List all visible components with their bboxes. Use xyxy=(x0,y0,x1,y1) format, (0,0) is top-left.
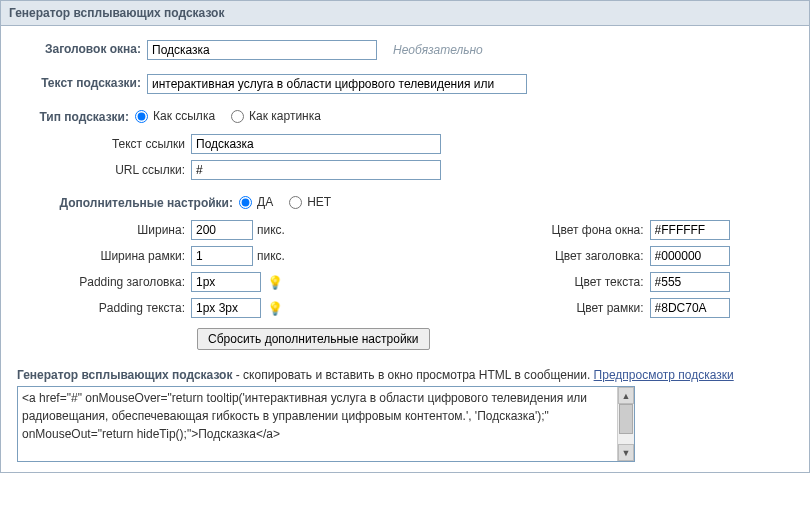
code-output-wrap: <a href="#" onMouseOver="return tooltip(… xyxy=(17,386,635,462)
link-sub-block: Текст ссылки URL ссылки: xyxy=(17,134,793,180)
optional-hint: Необязательно xyxy=(393,43,483,57)
code-output[interactable]: <a href="#" onMouseOver="return tooltip(… xyxy=(18,387,634,461)
window-title-label: Заголовок окна: xyxy=(17,40,147,56)
tooltip-text-input[interactable] xyxy=(147,74,527,94)
border-color-input[interactable] xyxy=(650,298,730,318)
link-text-label: Текст ссылки xyxy=(17,137,191,151)
settings-grid: Ширина: пикс. Ширина рамки: пикс. Paddin… xyxy=(17,220,793,350)
tip-type-image-label: Как картинка xyxy=(249,109,321,123)
border-width-input[interactable] xyxy=(191,246,253,266)
link-url-label: URL ссылки: xyxy=(17,163,191,177)
extra-yes-label: ДА xyxy=(257,195,273,209)
pad-text-input[interactable] xyxy=(191,298,261,318)
settings-right-col: Цвет фона окна: Цвет заголовка: Цвет тек… xyxy=(510,220,730,350)
scroll-track[interactable] xyxy=(618,404,634,444)
preview-link[interactable]: Предпросмотр подсказки xyxy=(594,368,734,382)
link-text-input[interactable] xyxy=(191,134,441,154)
panel-body: Заголовок окна: Необязательно Текст подс… xyxy=(1,26,809,472)
pad-head-input[interactable] xyxy=(191,272,261,292)
window-title-input[interactable] xyxy=(147,40,377,60)
title-color-input[interactable] xyxy=(650,246,730,266)
output-block: Генератор всплывающих подсказок - скопир… xyxy=(17,368,793,462)
pad-text-label: Padding текста: xyxy=(17,301,191,315)
bg-color-label: Цвет фона окна: xyxy=(510,223,650,237)
border-color-label: Цвет рамки: xyxy=(510,301,650,315)
row-window-title: Заголовок окна: Необязательно xyxy=(17,40,793,60)
panel-title: Генератор всплывающих подсказок xyxy=(1,1,809,26)
width-unit: пикс. xyxy=(257,223,285,237)
title-color-label: Цвет заголовка: xyxy=(510,249,650,263)
extra-radio-no[interactable] xyxy=(289,196,302,209)
reset-settings-button[interactable]: Сбросить дополнительные настройки xyxy=(197,328,430,350)
row-tooltip-text: Текст подсказки: xyxy=(17,74,793,94)
row-tip-type: Тип подсказки: Как ссылка Как картинка xyxy=(17,108,793,124)
extra-no-label: НЕТ xyxy=(307,195,331,209)
bulb-icon[interactable]: 💡 xyxy=(267,301,283,316)
scroll-up-icon[interactable]: ▲ xyxy=(618,387,634,404)
tip-type-radio-image[interactable] xyxy=(231,110,244,123)
tooltip-text-label: Текст подсказки: xyxy=(17,74,147,90)
output-caption-bold: Генератор всплывающих подсказок xyxy=(17,368,232,382)
border-width-label: Ширина рамки: xyxy=(17,249,191,263)
width-input[interactable] xyxy=(191,220,253,240)
bulb-icon[interactable]: 💡 xyxy=(267,275,283,290)
tip-type-radio-link[interactable] xyxy=(135,110,148,123)
extra-radio-yes[interactable] xyxy=(239,196,252,209)
text-color-label: Цвет текста: xyxy=(510,275,650,289)
output-caption-rest: - скопировать и вставить в окно просмотр… xyxy=(232,368,593,382)
width-label: Ширина: xyxy=(17,223,191,237)
link-url-input[interactable] xyxy=(191,160,441,180)
tip-type-link-label: Как ссылка xyxy=(153,109,215,123)
pad-head-label: Padding заголовка: xyxy=(17,275,191,289)
row-extra-settings: Дополнительные настройки: ДА НЕТ xyxy=(17,194,793,210)
extra-settings-label: Дополнительные настройки: xyxy=(17,194,239,210)
text-color-input[interactable] xyxy=(650,272,730,292)
settings-left-col: Ширина: пикс. Ширина рамки: пикс. Paddin… xyxy=(17,220,430,350)
scroll-down-icon[interactable]: ▼ xyxy=(618,444,634,461)
tooltip-generator-panel: Генератор всплывающих подсказок Заголово… xyxy=(0,0,810,473)
border-width-unit: пикс. xyxy=(257,249,285,263)
tip-type-label: Тип подсказки: xyxy=(17,108,135,124)
scrollbar[interactable]: ▲ ▼ xyxy=(617,387,634,461)
bg-color-input[interactable] xyxy=(650,220,730,240)
output-caption: Генератор всплывающих подсказок - скопир… xyxy=(17,368,793,382)
scroll-thumb[interactable] xyxy=(619,404,633,434)
